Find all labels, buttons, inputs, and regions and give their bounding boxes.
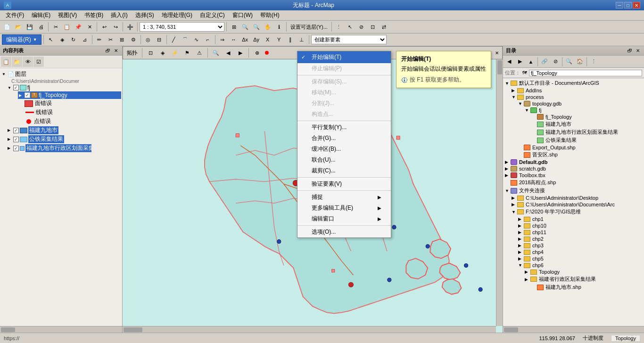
tb-select-features[interactable]: ↖ [345, 22, 355, 32]
tb-cut[interactable]: ✂ [50, 22, 61, 32]
menu-move[interactable]: 移动(M)... [297, 87, 391, 98]
menu-clip[interactable]: 裁剪(C)... [297, 165, 391, 176]
tb-length[interactable]: ↔ [229, 34, 239, 45]
tb-zoom-in[interactable]: 🔍 [240, 22, 250, 32]
tb-sketch[interactable]: ✏ [94, 34, 105, 45]
toc-gongtie[interactable]: ▶ 公铁采集结果 [7, 135, 121, 144]
toc-scrollbar-h[interactable] [0, 326, 122, 333]
cat-chp11[interactable]: ▶ chp11 [517, 229, 643, 236]
cat-gis-folder[interactable]: ▼ F:\2020 年学习\GIS思维 [511, 208, 643, 216]
tb-arc-seg[interactable]: ⌒ [180, 34, 190, 45]
tb-snap-window[interactable]: ⊟ [154, 34, 165, 45]
menu-bookmarks[interactable]: 书签(B) [81, 10, 107, 20]
map-scrollbar-h[interactable] [123, 326, 496, 333]
tb-full-extent[interactable]: ⊞ [229, 22, 239, 32]
tb-abs-y[interactable]: Y [274, 34, 284, 45]
tb-sketch-props[interactable]: ⚙ [128, 34, 139, 45]
tb-edit-tool[interactable]: ↖ [46, 34, 56, 45]
tb-undo[interactable]: ↩ [99, 22, 109, 32]
tb-rotate[interactable]: ↻ [68, 34, 79, 45]
cat-toolbox[interactable]: ▶ Toolbox.tbx [504, 172, 643, 179]
menu-help[interactable]: 帮助(H) [256, 10, 283, 20]
menu-insert[interactable]: 插入(I) [107, 10, 131, 20]
tb-add-data[interactable]: ➕ [125, 22, 135, 32]
menu-parallel-copy[interactable]: 平行复制(Y)... [297, 122, 391, 133]
tb-cut-poly[interactable]: ✂ [106, 34, 116, 45]
topo-show-errors-btn[interactable]: ⚠ [194, 48, 205, 58]
topo-mark-btn[interactable]: ⚑ [182, 48, 192, 58]
toc-fj-topology-checkbox[interactable] [25, 92, 30, 98]
editor-dropdown-btn[interactable]: 编辑器(R) ▼ [2, 34, 41, 45]
selectable-layers-btn[interactable]: 设置可选层(Y)... [289, 24, 330, 31]
toc-fj-checkbox[interactable] [13, 85, 19, 90]
menu-validate-features[interactable]: 验证要素(V) [297, 179, 391, 189]
topo-select-btn[interactable]: ◈ [157, 48, 168, 58]
tb-bezier[interactable]: ∿ [191, 34, 202, 45]
menu-customize[interactable]: 自定义(C) [196, 10, 229, 20]
cat-up-btn[interactable]: ▲ [526, 57, 536, 67]
tb-straight-seg[interactable]: ╱ [169, 34, 179, 45]
catalog-close-btn[interactable]: ✕ [635, 48, 641, 53]
menu-merge[interactable]: 合并(G)... [297, 133, 391, 144]
cat-default-workspace[interactable]: ▼ 默认工作目录 - Documents\ArcGIS [504, 79, 643, 87]
cat-gongtie-fc[interactable]: ▶ 公铁采集结果 [530, 136, 643, 144]
cat-view-toggle[interactable]: ⋮ [588, 57, 599, 67]
cat-topology-gdb[interactable]: ▼ topology.gdb [517, 100, 643, 107]
tb-zoom-selected[interactable]: ⊡ [368, 22, 378, 32]
topo-validate-btn[interactable]: ⊡ [145, 48, 156, 58]
topo-fix-btn[interactable]: ⚡ [170, 48, 180, 58]
tb-identify[interactable]: ℹ [274, 22, 284, 32]
menu-select[interactable]: 选择(S) [132, 10, 158, 20]
tb-paste[interactable]: 📌 [73, 22, 83, 32]
topo-zoom-errors-btn[interactable]: 🔍 [211, 48, 221, 58]
menu-view[interactable]: 视图(V) [54, 10, 81, 20]
cat-back-btn[interactable]: ◀ [504, 57, 514, 67]
cat-documents-folder[interactable]: ▶ C:\Users\Administrator\Documents\Arc [511, 201, 643, 208]
cat-chp1[interactable]: ▶ chp1 [517, 216, 643, 222]
tb-redo[interactable]: ↪ [110, 22, 121, 32]
tb-open[interactable]: 📂 [13, 22, 24, 32]
close-btn[interactable]: ✕ [633, 2, 640, 8]
cat-chp3[interactable]: ▶ chp3 [517, 242, 643, 249]
cat-desktop-folder[interactable]: ▶ C:\Users\Administrator\Desktop [511, 195, 643, 201]
tb-clear-selection[interactable]: ⊘ [356, 22, 367, 32]
toc-gongtie-checkbox[interactable] [13, 137, 19, 142]
cat-2018-shp[interactable]: ▶ 2018高程点.shp [504, 179, 643, 187]
topo-prev-error-btn[interactable]: ◀ [223, 48, 233, 58]
cat-fujian-9cities-shp[interactable]: ▶ 福建九地市.shp [530, 283, 643, 291]
cat-search-btn[interactable]: 🔍 [564, 57, 574, 67]
cat-chp5[interactable]: ▶ chp5 [517, 255, 643, 262]
tb-edit-vertices[interactable]: ◈ [57, 34, 67, 45]
toc-fujian-9cities[interactable]: ▶ 福建九地市 [7, 126, 121, 135]
cat-fujian-9cities-fc[interactable]: ▶ 福建九地市 [530, 120, 643, 128]
menu-edit[interactable]: 编辑(E) [28, 10, 54, 20]
menu-stop-editing[interactable]: 停止编辑(P) [297, 63, 391, 74]
tb-parallel[interactable]: ∥ [285, 34, 296, 45]
cat-addins[interactable]: ▶ AddIns [511, 87, 643, 94]
toc-admin-checkbox[interactable] [13, 146, 19, 151]
menu-geoprocessing[interactable]: 地理处理(G) [158, 10, 196, 20]
tb-switch-selection[interactable]: ⇄ [379, 22, 389, 32]
toc-float-btn[interactable]: 🗗 [104, 48, 112, 53]
tb-new[interactable]: 📄 [2, 22, 12, 32]
menu-start-editing[interactable]: ✓ 开始编辑(T) [297, 51, 391, 63]
cat-home-btn[interactable]: 🏠 [575, 57, 585, 67]
tb-perpendicular[interactable]: ⊥ [297, 34, 307, 45]
cat-connect-btn[interactable]: 🔗 [539, 57, 550, 67]
cat-chp2[interactable]: ▶ chp2 [517, 236, 643, 242]
tb-direction[interactable]: ⇒ [217, 34, 228, 45]
cat-fujian-province-folder[interactable]: ▶ 福建省行政区划采集结果 [524, 275, 643, 283]
menu-construct-pts[interactable]: 构造点... [297, 109, 391, 120]
menu-save-edits[interactable]: 保存编辑(S)... [297, 76, 391, 87]
menu-file[interactable]: 文件(F) [2, 10, 28, 20]
cat-process[interactable]: ▼ process [511, 94, 643, 100]
menu-union[interactable]: 联合(U)... [297, 155, 391, 165]
toc-by-selection[interactable]: ☑ [33, 57, 44, 67]
cat-scratch-gdb[interactable]: ▶ scratch.gdb [504, 165, 643, 172]
tb-delta-y[interactable]: Δy [251, 34, 262, 45]
toc-by-source[interactable]: 📁 [12, 57, 22, 67]
menu-edit-windows[interactable]: 编辑窗口▶ [297, 213, 391, 224]
toc-close-btn[interactable]: ✕ [113, 48, 119, 53]
menu-snapping[interactable]: 捕捉▶ [297, 192, 391, 203]
toc-by-drawing-order[interactable]: 📋 [1, 57, 11, 67]
